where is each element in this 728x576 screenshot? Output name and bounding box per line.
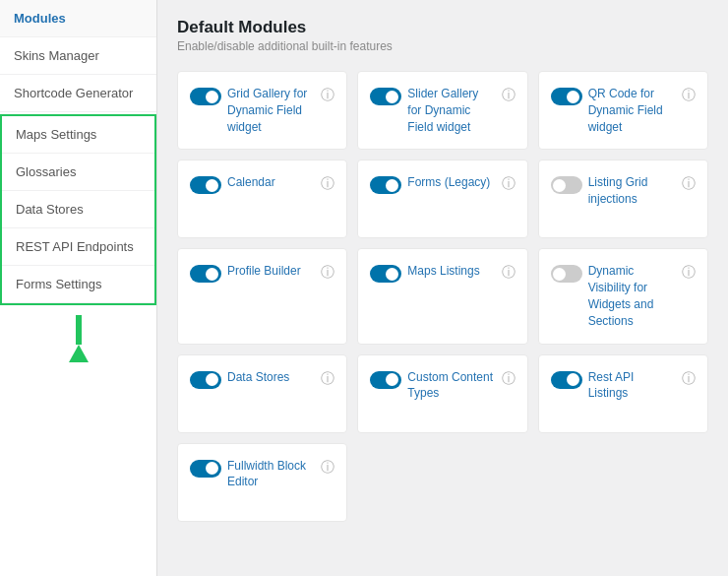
module-row: Slider Gallery for Dynamic Field widget … [370, 86, 515, 135]
info-icon-custom-content-types[interactable]: ⓘ [502, 370, 516, 388]
module-card-dynamic-visibility: Dynamic Visibility for Widgets and Secti… [538, 248, 708, 344]
arrow-head [69, 345, 89, 362]
module-toggle-data-stores[interactable] [190, 371, 221, 389]
module-label-fullwidth-block-editor: Fullwidth Block Editor [227, 458, 315, 491]
module-toggle-qr-code[interactable] [551, 88, 582, 105]
info-icon-data-stores[interactable]: ⓘ [321, 370, 334, 388]
module-label-listing-grid: Listing Grid injections [588, 174, 676, 208]
module-label-data-stores: Data Stores [227, 369, 315, 386]
module-card-listing-grid: Listing Grid injections ⓘ [538, 160, 708, 238]
toggle-slider [551, 371, 582, 389]
module-card-rest-api-listings: Rest API Listings ⓘ [538, 354, 708, 433]
module-toggle-profile-builder[interactable] [190, 265, 221, 283]
module-card-profile-builder: Profile Builder ⓘ [177, 248, 347, 344]
module-label-maps-listings: Maps Listings [407, 263, 495, 280]
module-row: Rest API Listings ⓘ [551, 369, 696, 403]
main-content: Default Modules Enable/disable additiona… [157, 0, 728, 576]
info-icon-calendar[interactable]: ⓘ [321, 175, 334, 193]
module-toggle-listing-grid[interactable] [551, 176, 582, 194]
module-label-custom-content-types: Custom Content Types [407, 369, 495, 403]
module-toggle-calendar[interactable] [190, 176, 221, 194]
module-row: Dynamic Visibility for Widgets and Secti… [551, 263, 696, 329]
sidebar-item-rest-api-endpoints[interactable]: REST API Endpoints [2, 228, 154, 266]
info-icon-profile-builder[interactable]: ⓘ [321, 264, 334, 282]
module-label-forms-legacy: Forms (Legacy) [407, 174, 495, 191]
module-label-dynamic-visibility: Dynamic Visibility for Widgets and Secti… [588, 263, 676, 329]
toggle-slider [190, 88, 221, 105]
info-icon-listing-grid[interactable]: ⓘ [682, 175, 696, 193]
info-icon-maps-listings[interactable]: ⓘ [502, 264, 516, 282]
page-title: Default Modules [177, 18, 708, 37]
module-card-maps-listings: Maps Listings ⓘ [357, 248, 527, 344]
module-label-rest-api-listings: Rest API Listings [588, 369, 676, 403]
sidebar-item-maps-settings[interactable]: Maps Settings [2, 116, 154, 154]
toggle-slider [370, 371, 401, 389]
info-icon-slider-gallery[interactable]: ⓘ [502, 87, 516, 104]
module-row: QR Code for Dynamic Field widget ⓘ [551, 86, 696, 135]
info-icon-forms-legacy[interactable]: ⓘ [502, 175, 516, 193]
arrow-indicator [0, 307, 156, 370]
sidebar-item-forms-settings[interactable]: Forms Settings [2, 266, 154, 303]
module-toggle-maps-listings[interactable] [370, 265, 401, 283]
toggle-slider [370, 88, 401, 105]
module-label-grid-gallery: Grid Gallery for Dynamic Field widget [227, 86, 315, 135]
module-label-qr-code: QR Code for Dynamic Field widget [588, 86, 676, 135]
toggle-slider [190, 371, 221, 389]
module-toggle-dynamic-visibility[interactable] [551, 265, 582, 283]
module-card-forms-legacy: Forms (Legacy) ⓘ [357, 160, 527, 238]
module-row: Calendar ⓘ [190, 174, 334, 194]
module-card-slider-gallery: Slider Gallery for Dynamic Field widget … [357, 71, 527, 150]
module-toggle-fullwidth-block-editor[interactable] [190, 460, 221, 478]
module-row: Data Stores ⓘ [190, 369, 334, 389]
info-icon-grid-gallery[interactable]: ⓘ [321, 87, 334, 104]
module-toggle-slider-gallery[interactable] [370, 88, 401, 105]
toggle-slider [551, 88, 582, 105]
modules-grid: Grid Gallery for Dynamic Field widget ⓘ … [177, 71, 708, 522]
module-card-grid-gallery: Grid Gallery for Dynamic Field widget ⓘ [177, 71, 347, 150]
module-toggle-rest-api-listings[interactable] [551, 371, 582, 389]
module-toggle-forms-legacy[interactable] [370, 176, 401, 194]
sidebar-highlighted-group: Maps Settings Glossaries Data Stores RES… [0, 114, 156, 305]
module-card-custom-content-types: Custom Content Types ⓘ [357, 354, 527, 433]
info-icon-dynamic-visibility[interactable]: ⓘ [682, 264, 696, 282]
toggle-slider [190, 176, 221, 194]
sidebar-item-skins-manager[interactable]: Skins Manager [0, 37, 156, 75]
module-row: Listing Grid injections ⓘ [551, 174, 696, 208]
sidebar: Modules Skins Manager Shortcode Generato… [0, 0, 157, 576]
module-row: Custom Content Types ⓘ [370, 369, 515, 403]
module-toggle-grid-gallery[interactable] [190, 88, 221, 105]
module-row: Grid Gallery for Dynamic Field widget ⓘ [190, 86, 334, 135]
info-icon-qr-code[interactable]: ⓘ [682, 87, 696, 104]
module-row: Fullwidth Block Editor ⓘ [190, 458, 334, 491]
module-card-qr-code: QR Code for Dynamic Field widget ⓘ [538, 71, 708, 150]
module-label-slider-gallery: Slider Gallery for Dynamic Field widget [407, 86, 495, 135]
module-label-calendar: Calendar [227, 174, 315, 191]
arrow-shaft [76, 315, 82, 345]
sidebar-item-shortcode-generator[interactable]: Shortcode Generator [0, 75, 156, 112]
module-card-data-stores: Data Stores ⓘ [177, 354, 347, 433]
sidebar-item-glossaries[interactable]: Glossaries [2, 154, 154, 191]
module-row: Maps Listings ⓘ [370, 263, 515, 283]
module-label-profile-builder: Profile Builder [227, 263, 315, 280]
info-icon-fullwidth-block-editor[interactable]: ⓘ [321, 459, 334, 477]
module-card-fullwidth-block-editor: Fullwidth Block Editor ⓘ [177, 443, 347, 522]
info-icon-rest-api-listings[interactable]: ⓘ [682, 370, 696, 388]
toggle-slider [370, 176, 401, 194]
toggle-slider [370, 265, 401, 283]
toggle-slider [551, 176, 582, 194]
sidebar-item-data-stores[interactable]: Data Stores [2, 191, 154, 228]
sidebar-item-modules[interactable]: Modules [0, 0, 156, 37]
module-card-calendar: Calendar ⓘ [177, 160, 347, 238]
module-toggle-custom-content-types[interactable] [370, 371, 401, 389]
toggle-slider [190, 265, 221, 283]
module-row: Forms (Legacy) ⓘ [370, 174, 515, 194]
page-subtitle: Enable/disable additional built-in featu… [177, 39, 708, 53]
toggle-slider [190, 460, 221, 478]
toggle-slider [551, 265, 582, 283]
module-row: Profile Builder ⓘ [190, 263, 334, 283]
